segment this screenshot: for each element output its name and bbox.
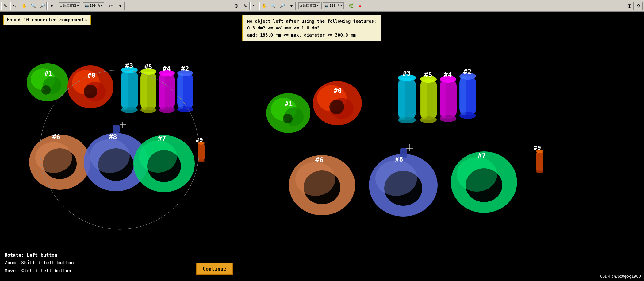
tool-cut[interactable]: ✂ xyxy=(107,2,115,10)
tool-zoom-dropdown[interactable]: ▾ xyxy=(47,2,56,10)
info-box: No object left after using the following… xyxy=(242,15,381,41)
object-5-right: #5 xyxy=(420,71,437,123)
left-panel: Found 10 connected components #1 #0 xyxy=(0,12,239,281)
main-content: Found 10 connected components #1 #0 xyxy=(0,12,644,281)
tool-zoom-in[interactable]: 🔎 xyxy=(38,2,47,10)
object-3-left: #3 xyxy=(121,62,138,113)
fit-window-dropdown-right[interactable]: ⊞ 适应窗口 ▾ xyxy=(298,2,320,9)
svg-point-36 xyxy=(90,139,130,173)
svg-text:#1: #1 xyxy=(44,69,53,77)
tool-pencil-r[interactable]: ✎ xyxy=(241,2,250,10)
tool-green-r[interactable]: 🌿 xyxy=(347,2,355,10)
divider-r1 xyxy=(297,2,297,9)
fit-label-right: 适应窗口 xyxy=(303,3,316,8)
info-line1: No object left after using the following… xyxy=(247,18,376,25)
svg-text:#1: #1 xyxy=(285,100,293,108)
right-panel: No object left after using the following… xyxy=(239,12,644,281)
zoom-value-left: 100 % xyxy=(90,4,100,8)
svg-text:#7: #7 xyxy=(158,135,166,142)
toolbar-right: ✎ ↖ ✋ 🔍 🔎 ▾ ⊞ 适应窗口 ▾ 📷 100 % ▾ 🌿 ● ⊕ ⚙ xyxy=(241,2,643,10)
watermark: CSDN @Σιαυφος1900 xyxy=(600,274,641,279)
fit-label-left: 适应窗口 xyxy=(63,3,76,8)
svg-text:#4: #4 xyxy=(163,65,171,72)
info-line3: and: 185.0 mm <= max. diameter <= 300.0 … xyxy=(247,32,376,38)
tool-zoom-r[interactable]: 🔍 xyxy=(269,2,277,10)
tool-red-r[interactable]: ● xyxy=(356,2,364,10)
left-3d-canvas: #1 #0 #3 xyxy=(0,12,239,281)
status-text: Found 10 connected components xyxy=(7,17,87,23)
svg-text:#8: #8 xyxy=(395,155,403,163)
svg-text:#7: #7 xyxy=(478,151,486,159)
object-1-left: #1 xyxy=(27,63,68,101)
svg-text:#3: #3 xyxy=(403,69,411,77)
svg-point-8 xyxy=(84,85,97,98)
svg-text:#4: #4 xyxy=(444,71,452,79)
tool-select[interactable]: ↖ xyxy=(10,2,19,10)
svg-point-32 xyxy=(35,142,72,173)
object-2-right: #2 xyxy=(459,68,476,119)
object-0-left: #0 xyxy=(67,65,113,108)
object-8-right: #8 xyxy=(369,144,438,217)
right-3d-canvas: #1 #0 #3 xyxy=(239,12,644,281)
tool-hand-r[interactable]: ✋ xyxy=(259,2,268,10)
svg-point-3 xyxy=(41,85,51,95)
divider-1 xyxy=(57,2,57,9)
object-6-left: #6 xyxy=(29,133,90,190)
tool-locate[interactable]: ⊕ xyxy=(232,2,240,10)
object-0-right: #0 xyxy=(313,81,362,125)
svg-text:#5: #5 xyxy=(144,63,152,71)
svg-text:#3: #3 xyxy=(125,62,133,69)
tool-zoom-in-r[interactable]: 🔎 xyxy=(278,2,286,10)
zoom-dropdown-arrow-r: ▾ xyxy=(340,4,342,8)
rotate-control: Rotate: Left button xyxy=(5,252,74,260)
svg-point-85 xyxy=(375,160,417,196)
tool-locate-r[interactable]: ⊕ xyxy=(625,2,634,10)
svg-point-52 xyxy=(283,114,293,123)
svg-text:#0: #0 xyxy=(334,87,342,95)
svg-rect-72 xyxy=(440,79,446,119)
svg-text:#2: #2 xyxy=(463,68,472,76)
status-box: Found 10 connected components xyxy=(3,15,91,25)
svg-rect-62 xyxy=(398,78,405,120)
continue-button[interactable]: Continue xyxy=(196,263,233,275)
tool-zoom[interactable]: 🔍 xyxy=(29,2,37,10)
fit-window-dropdown-left[interactable]: ⊞ 适应窗口 ▾ xyxy=(59,2,80,9)
svg-text:#9: #9 xyxy=(534,144,541,151)
tool-select-r[interactable]: ↖ xyxy=(250,2,259,10)
svg-text:#6: #6 xyxy=(52,133,60,141)
svg-rect-37 xyxy=(113,125,120,133)
tool-hand[interactable]: ✋ xyxy=(20,2,28,10)
object-4-right: #4 xyxy=(440,71,457,122)
svg-point-43 xyxy=(139,141,177,173)
zoom-dropdown-left[interactable]: 📷 100 % ▾ xyxy=(83,2,104,9)
svg-text:#0: #0 xyxy=(87,72,96,79)
svg-rect-94 xyxy=(536,151,543,171)
zoom-icon-right: 📷 xyxy=(324,4,329,8)
tool-settings-r[interactable]: ⚙ xyxy=(634,2,643,10)
svg-point-57 xyxy=(329,100,344,114)
bottom-controls: Rotate: Left button Zoom: Shift + left b… xyxy=(5,252,74,275)
object-6-right: #6 xyxy=(289,155,355,215)
dropdown-arrow: ▾ xyxy=(77,4,79,8)
svg-text:#6: #6 xyxy=(315,156,324,164)
zoom-dropdown-arrow: ▾ xyxy=(100,4,102,8)
svg-text:#8: #8 xyxy=(109,133,117,141)
divider-r3 xyxy=(345,2,345,9)
svg-point-47 xyxy=(198,159,205,162)
tool-pencil[interactable]: ✎ xyxy=(1,2,10,10)
tool-zoom-dropdown-r[interactable]: ▾ xyxy=(287,2,296,10)
dropdown-arrow-r: ▾ xyxy=(317,4,319,8)
zoom-dropdown-right[interactable]: 📷 100 % ▾ xyxy=(323,2,344,9)
svg-rect-13 xyxy=(121,70,128,110)
object-7-right: #7 xyxy=(451,151,517,213)
move-control: Move: Ctrl + left button xyxy=(5,267,74,275)
svg-rect-67 xyxy=(421,79,427,120)
fit-window-icon-r: ⊞ xyxy=(300,4,302,8)
zoom-control: Zoom: Shift + left button xyxy=(5,259,74,267)
main-toolbar: ✎ ↖ ✋ 🔍 🔎 ▾ ⊞ 适应窗口 ▾ 📷 100 % ▾ ✂ ▾ ⊕ ✎ ↖… xyxy=(0,0,644,12)
svg-rect-45 xyxy=(198,143,205,161)
svg-text:#5: #5 xyxy=(424,71,432,79)
tool-extra[interactable]: ▾ xyxy=(116,2,125,10)
svg-text:#9: #9 xyxy=(196,136,203,143)
object-5-left: #5 xyxy=(140,63,156,113)
